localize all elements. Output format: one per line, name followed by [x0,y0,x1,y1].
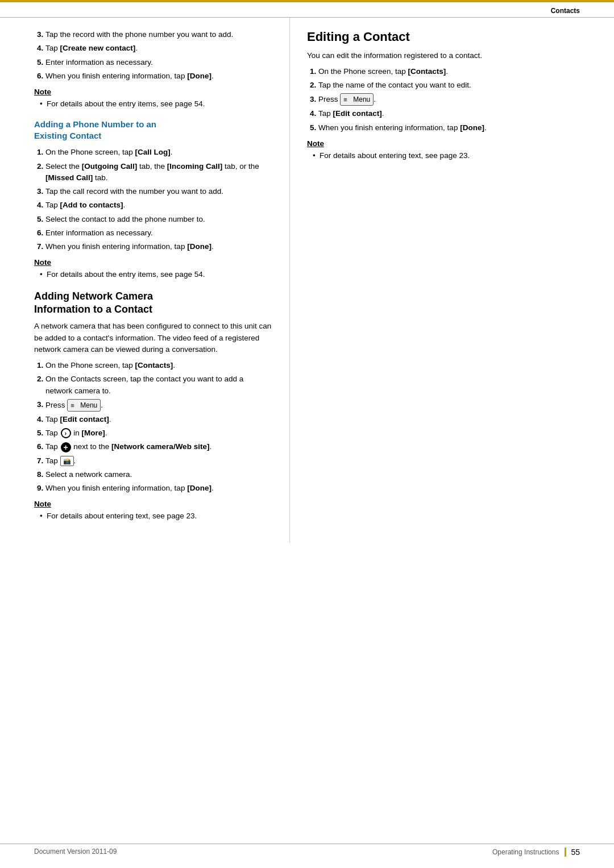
list-item: Tap › in [More]. [45,427,272,439]
note-item: For details about entering text, see pag… [313,150,580,161]
page-footer: Document Version 2011-09 Operating Instr… [0,844,614,857]
list-item: On the Phone screen, tap [Call Log]. [45,147,272,158]
left-column: Tap the record with the phone number you… [0,18,290,543]
header-section-label: Contacts [551,7,580,15]
note-label: Note [307,139,580,148]
list-item: Tap 📸. [45,455,272,467]
right-column: Editing a Contact You can edit the infor… [290,18,614,543]
note-item: For details about the entry items, see p… [40,269,272,280]
camera-icon: 📸 [60,456,74,466]
list-item: Tap [Create new contact]. [45,43,272,54]
menu-icon: ≡ [70,401,78,410]
editing-heading: Editing a Contact [307,29,580,45]
list-item: Tap + next to the [Network camera/Web si… [45,441,272,452]
list-item: Tap [Edit contact]. [318,108,580,119]
section-editing-contact: Editing a Contact You can edit the infor… [307,29,580,161]
list-item: Select the contact to add the phone numb… [45,214,272,225]
plus-icon: + [61,442,71,452]
section2-note: Note For details about entering text, se… [34,500,272,522]
footer-page-number: 55 [565,848,580,857]
footer-doc-version: Document Version 2011-09 [34,848,117,857]
section2-steps-list: On the Phone screen, tap [Contacts]. On … [45,360,272,494]
section1-steps-list: On the Phone screen, tap [Call Log]. Sel… [45,147,272,252]
list-item: When you finish entering information, ta… [45,70,272,82]
list-item: When you finish entering information, ta… [45,483,272,494]
note-list: For details about entering text, see pag… [40,510,272,522]
section-network-camera: Adding Network CameraInformation to a Co… [34,290,272,522]
list-item: Tap the record with the phone number you… [45,29,272,40]
menu-button: ≡ Menu [340,93,374,106]
section-adding-phone: Adding a Phone Number to anExisting Cont… [34,119,272,280]
editing-note: Note For details about entering text, se… [307,139,580,161]
content-wrapper: Tap the record with the phone number you… [0,18,614,543]
editing-steps-list: On the Phone screen, tap [Contacts]. Tap… [318,66,580,134]
note-label: Note [34,500,272,508]
list-item: Enter information as necessary. [45,227,272,239]
section2-heading: Adding Network CameraInformation to a Co… [34,290,272,317]
intro-note: Note For details about the entry items, … [34,88,272,110]
list-item: When you finish entering information, ta… [318,122,580,134]
list-item: On the Contacts screen, tap the contact … [45,373,272,397]
note-item: For details about the entry items, see p… [40,98,272,110]
list-item: Tap [Add to contacts]. [45,200,272,211]
menu-button: ≡ Menu [67,399,101,412]
list-item: On the Phone screen, tap [Contacts]. [45,360,272,371]
section1-heading: Adding a Phone Number to anExisting Cont… [34,119,272,141]
list-item: When you finish entering information, ta… [45,241,272,252]
section1-note: Note For details about the entry items, … [34,258,272,280]
editing-intro: You can edit the information registered … [307,50,580,61]
list-item: Select the [Outgoing Call] tab, the [Inc… [45,161,272,184]
footer-doc-type: Operating Instructions [492,848,559,856]
list-item: Enter information as necessary. [45,57,272,68]
note-label: Note [34,258,272,267]
page: Contacts Tap the record with the phone n… [0,0,614,868]
list-item: On the Phone screen, tap [Contacts]. [318,66,580,77]
note-list: For details about entering text, see pag… [313,150,580,161]
note-label: Note [34,88,272,96]
note-list: For details about the entry items, see p… [40,269,272,280]
footer-right: Operating Instructions 55 [492,848,580,857]
section2-intro: A network camera that has been configure… [34,321,272,355]
list-item: Tap [Edit contact]. [45,414,272,425]
intro-steps-list: Tap the record with the phone number you… [45,29,272,82]
list-item: Tap the call record with the number you … [45,186,272,197]
list-item: Tap the name of the contact you want to … [318,80,580,91]
list-item: Press ≡ Menu. [318,93,580,106]
menu-icon: ≡ [343,95,351,105]
note-list: For details about the entry items, see p… [40,98,272,110]
list-item: Press ≡ Menu. [45,399,272,412]
list-item: Select a network camera. [45,469,272,480]
page-header: Contacts [0,2,614,18]
note-item: For details about entering text, see pag… [40,510,272,522]
chevron-icon: › [61,428,71,438]
